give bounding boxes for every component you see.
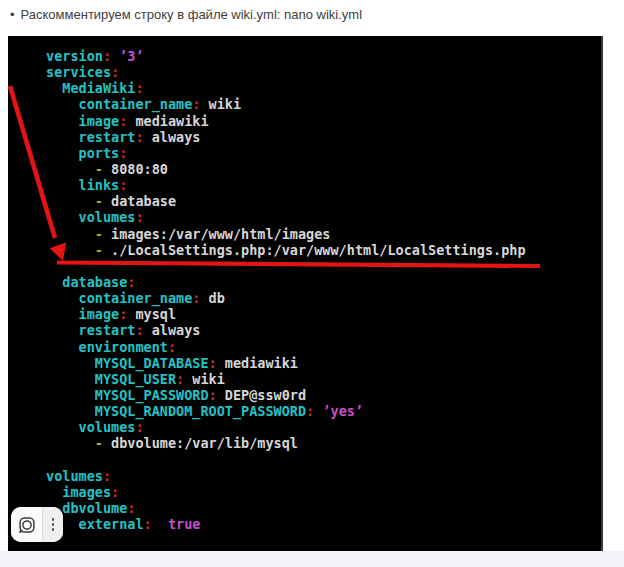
code-line: - images:/var/www/html/images	[46, 226, 601, 242]
terminal-window: version: ’3’services: MediaWiki: contain…	[8, 36, 603, 551]
code-line: MYSQL_PASSWORD: DEP@ssw0rd	[46, 387, 601, 403]
visual-search-icon	[17, 515, 37, 535]
caption: •Раскомментируем строку в файле wiki.yml…	[10, 7, 362, 22]
page-background-strip	[0, 551, 624, 567]
code-line: container_name: db	[46, 290, 601, 306]
code-line: image: mysql	[46, 306, 601, 322]
code-line: image: mediawiki	[46, 113, 601, 129]
code-line: volumes:	[46, 209, 601, 225]
caption-text: Раскомментируем строку в файле wiki.yml:…	[21, 7, 363, 22]
page: •Раскомментируем строку в файле wiki.yml…	[0, 0, 624, 567]
code-line: restart: always	[46, 322, 601, 338]
code-line: MYSQL_RANDOM_ROOT_PASSWORD: ’yes’	[46, 403, 601, 419]
code-line: version: ’3’	[46, 48, 601, 64]
visual-search-button[interactable]	[11, 507, 42, 542]
caption-bullet: •	[10, 7, 15, 22]
terminal-code: version: ’3’services: MediaWiki: contain…	[46, 48, 601, 548]
more-options-icon	[52, 518, 55, 521]
code-line: ~	[46, 532, 601, 548]
code-line	[46, 258, 601, 274]
code-line: MYSQL_USER: wiki	[46, 371, 601, 387]
code-line: external: true	[46, 516, 601, 532]
code-line: database:	[46, 274, 601, 290]
code-line	[46, 452, 601, 468]
code-line: dbvolume:	[46, 500, 601, 516]
more-options-button[interactable]	[43, 507, 63, 542]
code-line: - dbvolume:/var/lib/mysql	[46, 435, 601, 451]
code-line: MediaWiki:	[46, 80, 601, 96]
code-line: - ./LocalSettings.php:/var/www/html/Loca…	[46, 242, 601, 258]
code-line: services:	[46, 64, 601, 80]
code-line: ports:	[46, 145, 601, 161]
code-line: environment:	[46, 339, 601, 355]
code-line: images:	[46, 484, 601, 500]
code-line: volumes:	[46, 419, 601, 435]
code-line: restart: always	[46, 129, 601, 145]
code-line: container_name: wiki	[46, 96, 601, 112]
image-search-widget	[11, 507, 63, 542]
code-line: - 8080:80	[46, 161, 601, 177]
code-line: links:	[46, 177, 601, 193]
code-line: MYSQL_DATABASE: mediawiki	[46, 355, 601, 371]
code-line: volumes:	[46, 468, 601, 484]
code-line: - database	[46, 193, 601, 209]
